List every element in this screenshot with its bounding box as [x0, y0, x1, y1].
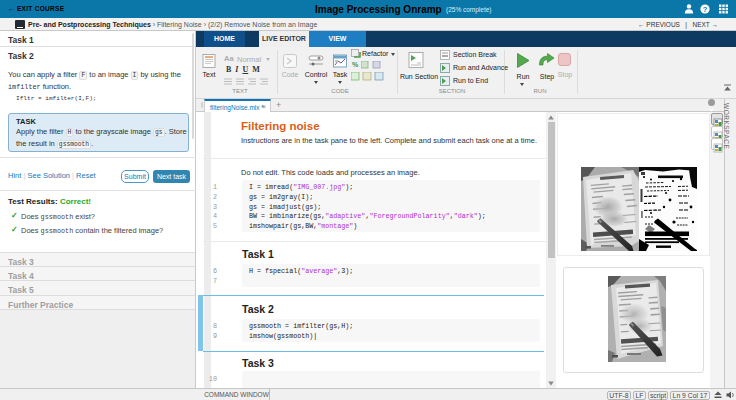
svg-text:?: ?	[703, 5, 708, 14]
